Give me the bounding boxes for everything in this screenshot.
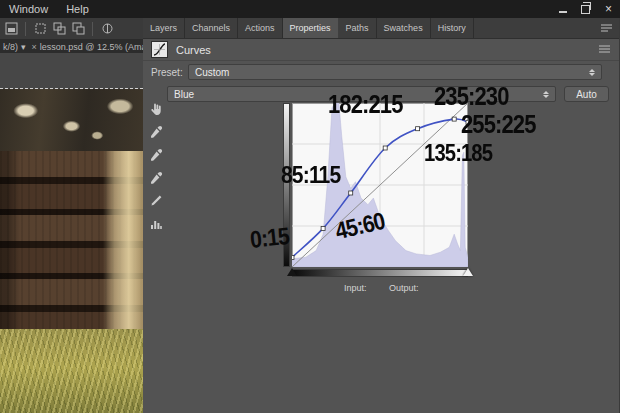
active-document-tab[interactable]: lesson.psd @ 12.5% (Amaro…: [40, 42, 143, 52]
curve-point[interactable]: [349, 191, 353, 195]
highlight-input-slider[interactable]: [463, 268, 473, 276]
new-selection-icon[interactable]: [33, 22, 47, 36]
input-gradient-bar: [292, 269, 468, 277]
prev-document-tab[interactable]: k/8): [3, 42, 18, 52]
curve-point[interactable]: [383, 146, 387, 150]
panel-menu-icon[interactable]: [600, 18, 620, 38]
tab-dropdown-icon[interactable]: ▾: [21, 42, 26, 52]
curve-point[interactable]: [292, 255, 294, 259]
refine-edge-icon[interactable]: [100, 22, 114, 36]
pencil-curve-icon[interactable]: [148, 193, 164, 209]
auto-button[interactable]: Auto: [564, 86, 609, 102]
photoshop-window: Window Help × k/8) ▾ × lesson.: [0, 0, 620, 413]
options-bar: [0, 18, 143, 40]
minimize-button[interactable]: [551, 0, 574, 18]
tab-layers[interactable]: Layers: [143, 18, 185, 38]
tab-actions[interactable]: Actions: [238, 18, 283, 38]
canvas-area[interactable]: [0, 53, 143, 413]
black-point-eyedropper-icon[interactable]: [148, 124, 164, 140]
options-separator: [25, 22, 26, 36]
photo-grass-region: [0, 329, 143, 413]
menu-help[interactable]: Help: [57, 3, 98, 15]
histogram-clip-icon[interactable]: [148, 216, 164, 232]
preset-value: Custom: [195, 67, 229, 78]
options-separator: [92, 22, 93, 36]
properties-header: Curves: [143, 39, 620, 61]
tab-history[interactable]: History: [431, 18, 474, 38]
white-point-eyedropper-icon[interactable]: [148, 170, 164, 186]
tab-swatches[interactable]: Swatches: [377, 18, 431, 38]
tab-properties[interactable]: Properties: [283, 18, 339, 38]
curves-tool-strip: [146, 101, 166, 232]
curves-adjustment-icon: [151, 41, 168, 58]
photo-trees-region: [0, 89, 143, 151]
panel-title: Curves: [176, 44, 211, 56]
add-selection-icon[interactable]: [52, 22, 66, 36]
curve-point[interactable]: [416, 127, 420, 131]
dropdown-arrows-icon: [543, 91, 549, 98]
tab-close-icon[interactable]: ×: [32, 42, 37, 52]
output-label: Output:: [389, 283, 419, 293]
preset-dropdown[interactable]: Custom: [188, 64, 602, 80]
curve-point[interactable]: [452, 117, 456, 121]
dropdown-arrows-icon: [589, 69, 595, 76]
photo-document: [0, 88, 143, 413]
window-controls: ×: [551, 0, 620, 18]
curve-editor: [283, 103, 469, 279]
properties-menu-icon[interactable]: [598, 45, 620, 54]
subtract-selection-icon[interactable]: [71, 22, 85, 36]
restore-icon: [581, 5, 590, 14]
annotation-235-230: 235:230: [434, 84, 509, 109]
photo-fence-region: [0, 151, 143, 329]
channel-value: Blue: [174, 89, 194, 100]
menu-bar: Window Help ×: [0, 0, 620, 19]
annotation-0-15: 0:15: [249, 224, 290, 252]
panel-tab-bar: Layers Channels Actions Properties Paths…: [143, 18, 620, 39]
annotation-182-215: 182:215: [328, 92, 403, 117]
annotation-85-115: 85:115: [281, 163, 340, 187]
preset-label: Preset:: [151, 67, 183, 78]
targeted-adjustment-icon[interactable]: [148, 101, 164, 117]
annotation-255-225: 255:225: [461, 112, 536, 137]
curve-point[interactable]: [321, 226, 325, 230]
document-tab-bar: k/8) ▾ × lesson.psd @ 12.5% (Amaro…: [0, 40, 143, 53]
minimize-icon: [559, 11, 567, 13]
tab-channels[interactable]: Channels: [185, 18, 238, 38]
tab-paths[interactable]: Paths: [339, 18, 377, 38]
annotation-135-185: 135:185: [424, 142, 492, 165]
close-button[interactable]: ×: [597, 0, 620, 18]
gray-point-eyedropper-icon[interactable]: [148, 147, 164, 163]
restore-button[interactable]: [574, 0, 597, 18]
shadow-input-slider[interactable]: [287, 268, 297, 276]
menu-window[interactable]: Window: [0, 3, 57, 15]
input-label: Input:: [344, 283, 367, 293]
tool-preset-icon[interactable]: [4, 22, 18, 36]
